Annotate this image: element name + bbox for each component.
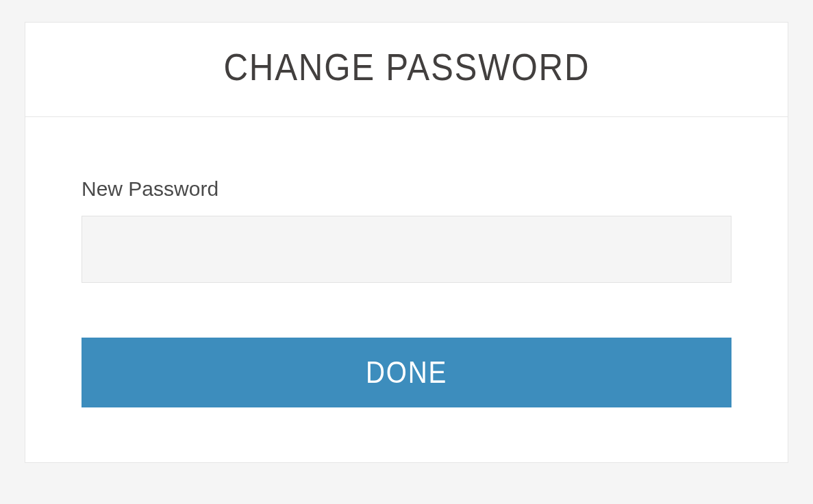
done-button[interactable]: DONE — [82, 338, 731, 407]
card-body: New Password DONE — [25, 117, 788, 462]
card-header: CHANGE PASSWORD — [25, 23, 788, 117]
new-password-label: New Password — [82, 177, 731, 201]
change-password-card: CHANGE PASSWORD New Password DONE — [25, 22, 788, 463]
new-password-input[interactable] — [82, 216, 731, 283]
page-title: CHANGE PASSWORD — [223, 45, 590, 89]
done-button-label: DONE — [366, 355, 447, 390]
